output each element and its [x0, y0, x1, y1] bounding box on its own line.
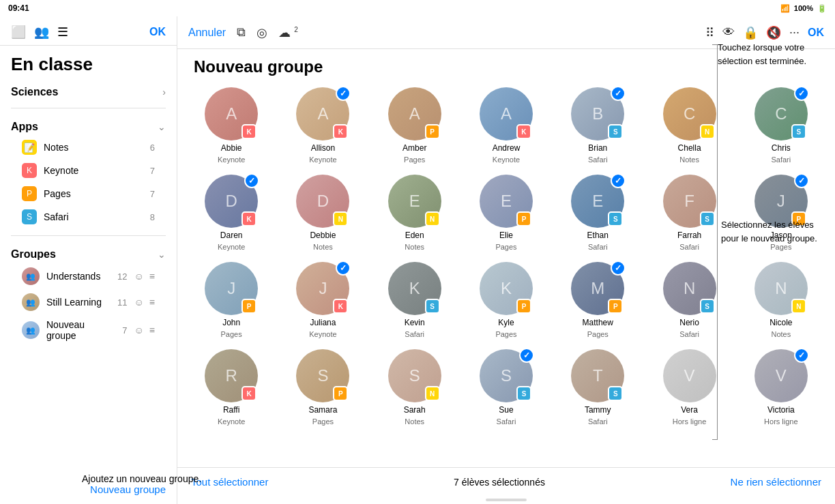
nouveau-groupe-menu-icon[interactable]: ≡: [149, 325, 155, 336]
understands-group[interactable]: 👥 Understands 12 ☺ ≡: [11, 263, 166, 289]
time-display: 09:41: [8, 3, 29, 13]
battery-display: 100%: [794, 4, 813, 12]
student-item-farrah[interactable]: FSFarrahSafari: [646, 175, 732, 251]
student-item-ethan[interactable]: ES✓EthanSafari: [555, 175, 641, 251]
apps-section-header[interactable]: Apps ⌄: [11, 118, 166, 136]
student-item-allison[interactable]: AK✓AllisonKeynote: [280, 87, 366, 164]
student-item-sarah[interactable]: SNSarahNotes: [372, 349, 458, 426]
student-item-abbie[interactable]: AKAbbieKeynote: [188, 87, 274, 164]
still-learning-add-icon[interactable]: ☺: [134, 297, 144, 308]
safari-item[interactable]: S Safari 8: [11, 205, 166, 228]
student-app-debbie: Notes: [313, 243, 333, 251]
student-name-matthew: Matthew: [583, 318, 613, 327]
still-learning-menu-icon[interactable]: ≡: [149, 297, 155, 308]
student-app-amber: Pages: [404, 155, 425, 164]
lock-icon[interactable]: 🔒: [743, 25, 758, 40]
safari-icon: S: [22, 209, 37, 224]
student-item-nerio[interactable]: NSNerioSafari: [646, 262, 732, 338]
student-item-kyle[interactable]: KPKylePages: [463, 262, 549, 338]
student-app-badge-juliana: K: [333, 299, 348, 314]
sidebar-title: En classe: [0, 46, 177, 78]
student-item-john[interactable]: JPJohnPages: [188, 262, 274, 338]
pages-item[interactable]: P Pages 7: [11, 182, 166, 205]
student-item-samara[interactable]: SPSamaraPages: [280, 349, 366, 426]
student-item-chris[interactable]: CS✓ChrisSafari: [738, 87, 824, 164]
keynote-item[interactable]: K Keynote 7: [11, 159, 166, 182]
groupes-chevron-icon: ⌄: [158, 249, 166, 260]
main-ok-button[interactable]: OK: [808, 27, 824, 39]
nouveau-groupe-group[interactable]: 👥 Nouveau groupe 7 ☺ ≡: [11, 315, 166, 345]
more-icon[interactable]: ···: [789, 25, 800, 40]
safari-label: Safari: [44, 211, 143, 222]
eye-off-icon[interactable]: 👁: [722, 25, 735, 40]
student-name-eden: Eden: [405, 231, 424, 240]
student-app-badge-chella: N: [700, 124, 715, 139]
student-app-raffi: Keynote: [218, 417, 245, 426]
nouveau-groupe-add-icon[interactable]: ☺: [134, 325, 144, 336]
understands-menu-icon[interactable]: ≡: [149, 271, 155, 282]
sidebar-view-icon-3[interactable]: ☰: [57, 25, 68, 40]
student-app-badge-tammy: S: [608, 386, 623, 401]
sidebar-view-icon-2[interactable]: 👥: [34, 25, 49, 40]
groupes-section-header[interactable]: Groupes ⌄: [11, 246, 166, 263]
student-item-tammy[interactable]: TSTammySafari: [555, 349, 641, 426]
student-name-chris: Chris: [772, 143, 791, 153]
student-item-victoria[interactable]: V✓VictoriaHors ligne: [738, 349, 824, 426]
cloud-icon[interactable]: ☁ 2: [278, 25, 298, 40]
student-selected-badge-victoria: ✓: [794, 348, 809, 363]
student-app-andrew: Keynote: [493, 155, 520, 164]
student-item-raffi[interactable]: RKRaffiKeynote: [188, 349, 274, 426]
callout-top: Touchez lorsque votre sélection est term…: [718, 41, 827, 68]
sidebar-ok-button[interactable]: OK: [149, 26, 166, 38]
layers-icon[interactable]: ⧉: [237, 25, 246, 40]
student-app-nicole: Notes: [771, 330, 791, 338]
student-app-badge-nerio: S: [700, 299, 715, 314]
notes-item[interactable]: 📝 Notes 6: [11, 136, 166, 159]
student-item-chella[interactable]: CNChellaNotes: [646, 87, 732, 164]
student-name-daren: Daren: [220, 231, 243, 240]
student-app-chris: Safari: [771, 155, 791, 164]
student-app-badge-sue: S: [516, 386, 531, 401]
select-all-button[interactable]: Tout sélectionner: [191, 476, 268, 488]
student-item-amber[interactable]: APAmberPages: [372, 87, 458, 164]
student-app-badge-debbie: N: [333, 211, 348, 226]
student-app-vera: Hors ligne: [673, 417, 707, 426]
student-app-matthew: Pages: [587, 330, 609, 338]
toolbar-right: ⠿ 👁 🔒 🔇 ··· OK: [705, 25, 824, 40]
student-app-badge-samara: P: [333, 386, 348, 401]
bracket-bottom: [712, 439, 718, 440]
student-item-elie[interactable]: EPEliePages: [463, 175, 549, 251]
student-item-juliana[interactable]: JK✓JulianaKeynote: [280, 262, 366, 338]
student-item-andrew[interactable]: AKAndrewKeynote: [463, 87, 549, 164]
student-name-allison: Allison: [311, 143, 335, 153]
student-item-nicole[interactable]: NNNicoleNotes: [738, 262, 824, 338]
student-item-daren[interactable]: DK✓DarenKeynote: [188, 175, 274, 251]
student-name-juliana: Juliana: [310, 318, 336, 327]
callout-top-text: Touchez lorsque votre sélection est term…: [718, 42, 806, 66]
student-app-badge-john: P: [241, 299, 257, 314]
compass-icon[interactable]: ◎: [257, 25, 267, 40]
sciences-section-header[interactable]: Sciences ›: [11, 83, 166, 101]
student-app-badge-kevin: S: [425, 299, 440, 314]
student-item-sue[interactable]: SS✓SueSafari: [463, 349, 549, 426]
keynote-count: 7: [150, 166, 155, 176]
student-item-matthew[interactable]: MP✓MatthewPages: [555, 262, 641, 338]
student-name-raffi: Raffi: [223, 405, 239, 415]
sidebar-header: ⬜ 👥 ☰ OK: [0, 16, 177, 46]
nouveau-groupe-label: Nouveau groupe: [46, 319, 115, 341]
student-item-eden[interactable]: ENEdenNotes: [372, 175, 458, 251]
grid-icon[interactable]: ⠿: [705, 25, 714, 40]
student-app-victoria: Hors ligne: [764, 417, 798, 426]
understands-add-icon[interactable]: ☺: [134, 271, 144, 282]
sidebar-view-icon-1[interactable]: ⬜: [11, 25, 26, 40]
still-learning-group[interactable]: 👥 Still Learning 11 ☺ ≡: [11, 289, 166, 315]
student-item-vera[interactable]: VVeraHors ligne: [646, 349, 732, 426]
mute-icon[interactable]: 🔇: [766, 25, 781, 40]
deselect-all-button[interactable]: Ne rien sélectionner: [731, 476, 821, 488]
student-item-debbie[interactable]: DNDebbieNotes: [280, 175, 366, 251]
student-item-kevin[interactable]: KSKevinSafari: [372, 262, 458, 338]
student-item-brian[interactable]: BS✓BrianSafari: [555, 87, 641, 164]
student-app-badge-sarah: N: [425, 386, 440, 401]
annuler-button[interactable]: Annuler: [188, 27, 226, 39]
new-group-button[interactable]: Nouveau groupe: [90, 484, 166, 495]
